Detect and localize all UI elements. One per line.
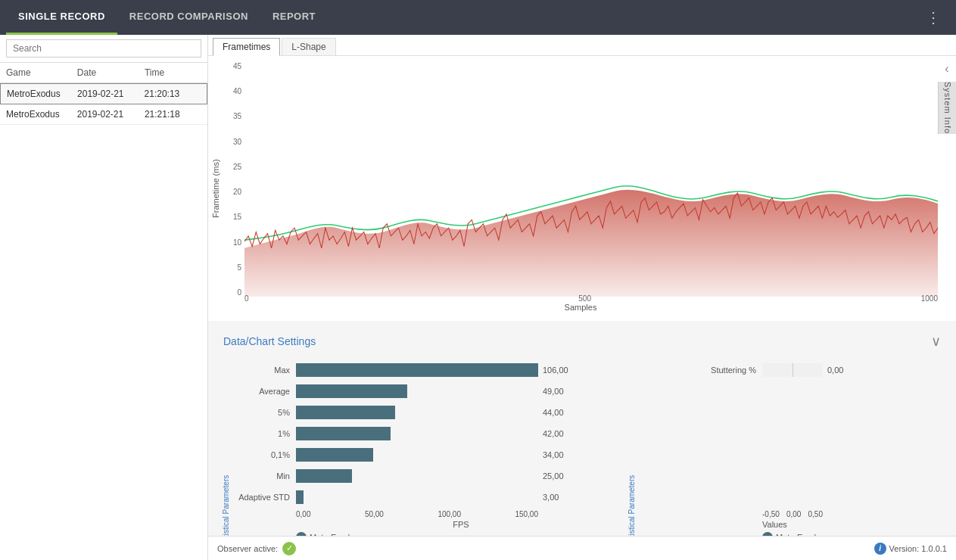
y-tick: 35 bbox=[233, 112, 241, 120]
y-tick: 40 bbox=[233, 87, 241, 95]
table-row[interactable]: MetroExodus 2019-02-21 21:20:13 bbox=[0, 83, 207, 104]
tab-single-record[interactable]: SINGLE RECORD bbox=[6, 0, 117, 35]
stats-title: Data/Chart Settings bbox=[223, 335, 316, 347]
bar-track bbox=[296, 469, 538, 483]
collapse-icon[interactable]: ‹ bbox=[939, 56, 954, 82]
bar-label: 5% bbox=[235, 408, 296, 417]
bar-value: 3,00 bbox=[538, 493, 572, 502]
right-bar-value: 0,00 bbox=[823, 366, 843, 375]
bar-fill bbox=[296, 427, 391, 440]
bar-fill bbox=[296, 490, 304, 504]
fps-label: FPS bbox=[235, 520, 626, 529]
chart-tabs: Frametimes L-Shape bbox=[208, 35, 956, 56]
col-time-header: Time bbox=[145, 67, 201, 78]
game-cell: MetroExodus bbox=[7, 89, 77, 99]
left-bar-chart: Statistical Parameters Max 106,00 bbox=[220, 356, 626, 536]
y-tick: 10 bbox=[233, 238, 241, 247]
right-vertical-label: Statistical Parameters bbox=[627, 356, 636, 536]
right-bar-row-empty bbox=[702, 404, 944, 421]
bar-fill bbox=[296, 406, 395, 419]
y-tick: 25 bbox=[233, 163, 241, 171]
footer-left: Observer active: ✓ bbox=[217, 542, 296, 555]
stats-header: Data/Chart Settings ∨ bbox=[214, 327, 950, 356]
left-vertical-label: Statistical Parameters bbox=[222, 356, 230, 536]
bar-row-1pct: 1% 42,00 bbox=[235, 425, 626, 442]
right-legend-label: MetroExodus bbox=[776, 533, 825, 536]
chart-container: Frametimes L-Shape Frametime (ms) 45 40 … bbox=[208, 35, 956, 321]
footer-right: i Version: 1.0.0.1 bbox=[874, 543, 947, 555]
more-options-icon[interactable]: ⋮ bbox=[917, 0, 950, 35]
y-tick: 15 bbox=[233, 213, 241, 221]
bar-label: Max bbox=[235, 366, 296, 375]
right-bar-row-empty bbox=[702, 468, 944, 484]
col-game-header: Game bbox=[6, 67, 77, 78]
left-panel: Game Date Time MetroExodus 2019-02-21 21… bbox=[0, 35, 208, 560]
stats-section: Data/Chart Settings ∨ Statistical Parame… bbox=[208, 321, 956, 536]
observer-label: Observer active: bbox=[217, 544, 278, 553]
legend-dot bbox=[296, 532, 307, 536]
y-tick: 0 bbox=[237, 288, 241, 297]
search-box bbox=[0, 35, 207, 63]
y-tick: 20 bbox=[233, 188, 241, 196]
y-axis-label: Frametime (ms) bbox=[208, 56, 223, 321]
system-info-panel[interactable]: System Info bbox=[938, 82, 956, 134]
right-panel: Frametimes L-Shape Frametime (ms) 45 40 … bbox=[208, 35, 956, 560]
x-tick: 500 bbox=[578, 294, 591, 303]
table-row[interactable]: MetroExodus 2019-02-21 21:21:18 bbox=[0, 104, 207, 125]
tab-lshape[interactable]: L-Shape bbox=[282, 38, 335, 55]
tab-record-comparison[interactable]: RECORD COMPARISON bbox=[117, 0, 260, 35]
footer: Observer active: ✓ i Version: 1.0.0.1 bbox=[208, 536, 956, 560]
right-bar-chart-area: Stuttering % 0,00 bbox=[641, 356, 944, 536]
x-tick: 0,50 bbox=[808, 510, 823, 518]
time-cell: 21:21:18 bbox=[145, 109, 201, 120]
right-x-ticks: -0,50 0,00 0,50 bbox=[762, 510, 823, 518]
table-header: Game Date Time bbox=[0, 63, 207, 83]
right-bar-row: Stuttering % 0,00 bbox=[702, 362, 944, 378]
header-spacer bbox=[328, 0, 917, 35]
bar-track bbox=[296, 448, 538, 462]
right-legend-dot bbox=[762, 532, 773, 536]
system-info-label: System Info bbox=[943, 82, 952, 134]
y-tick: 5 bbox=[237, 263, 241, 272]
bar-value: 34,00 bbox=[538, 450, 572, 459]
bar-label: Average bbox=[235, 387, 296, 396]
bar-track bbox=[296, 363, 538, 377]
bar-value: 49,00 bbox=[538, 387, 572, 396]
bar-fill bbox=[296, 469, 352, 483]
main-layout: Game Date Time MetroExodus 2019-02-21 21… bbox=[0, 35, 956, 560]
x-tick: 150,00 bbox=[515, 510, 538, 518]
bar-track bbox=[296, 427, 538, 440]
right-bar-track bbox=[762, 363, 823, 377]
right-bar-row-empty bbox=[702, 383, 944, 400]
chart-inner: 45 40 35 30 25 20 15 10 5 0 bbox=[223, 56, 938, 321]
search-input[interactable] bbox=[6, 39, 201, 58]
time-cell: 21:20:13 bbox=[145, 89, 201, 99]
date-cell: 2019-02-21 bbox=[77, 109, 145, 120]
x-axis-ticks: 0 500 1000 bbox=[244, 294, 938, 303]
right-bar-row-empty bbox=[702, 489, 944, 506]
bar-fill bbox=[296, 384, 407, 398]
legend-label: MetroExodus bbox=[310, 533, 359, 536]
game-cell: MetroExodus bbox=[6, 109, 77, 120]
bar-value: 106,00 bbox=[538, 366, 572, 375]
bar-row-max: Max 106,00 bbox=[235, 362, 626, 378]
bar-fill bbox=[296, 448, 373, 462]
stats-content: Statistical Parameters Max 106,00 bbox=[214, 356, 950, 536]
observer-check-icon: ✓ bbox=[282, 542, 296, 555]
right-bar-row-empty bbox=[702, 446, 944, 463]
fps-x-ticks: 0,00 50,00 100,00 150,00 bbox=[235, 510, 626, 518]
chart-area: Frametime (ms) 45 40 35 30 25 20 15 10 bbox=[208, 56, 956, 321]
tab-report[interactable]: REPORT bbox=[260, 0, 328, 35]
tab-frametimes[interactable]: Frametimes bbox=[213, 38, 280, 56]
bar-value: 44,00 bbox=[538, 408, 572, 417]
bar-row-average: Average 49,00 bbox=[235, 383, 626, 400]
y-tick: 30 bbox=[233, 138, 241, 146]
x-tick: -0,50 bbox=[762, 510, 780, 518]
x-axis-label: Samples bbox=[565, 303, 597, 312]
bar-label: 0,1% bbox=[235, 450, 296, 459]
bar-label: 1% bbox=[235, 429, 296, 438]
col-date-header: Date bbox=[77, 67, 145, 78]
stats-chevron[interactable]: ∨ bbox=[931, 333, 941, 350]
info-icon: i bbox=[874, 543, 886, 555]
right-bar-row-empty bbox=[702, 425, 944, 442]
